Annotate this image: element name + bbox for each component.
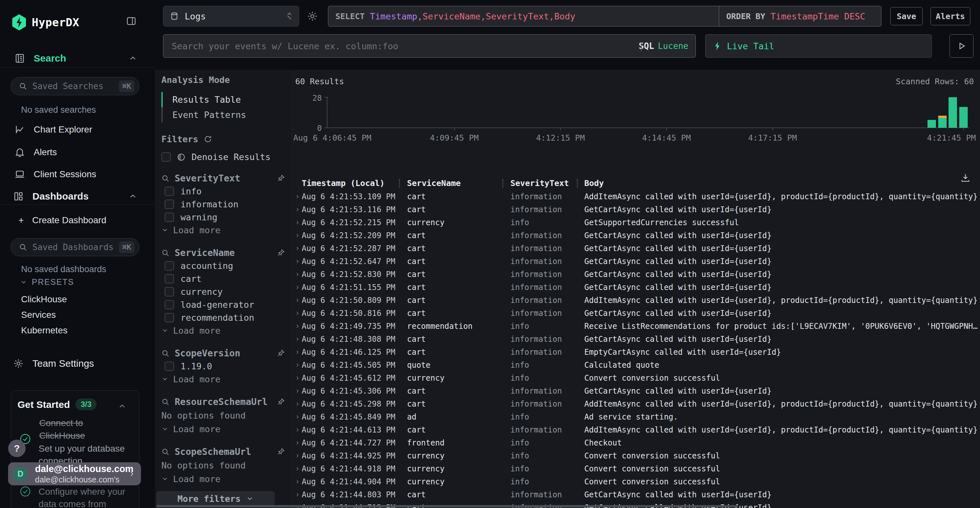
- filter-checkbox[interactable]: [165, 200, 174, 209]
- search-icon[interactable]: [161, 398, 170, 406]
- table-row[interactable]: Aug 6 4:21:51.155 PMcartinformationGetCa…: [292, 281, 980, 294]
- create-dashboard-button[interactable]: + Create Dashboard: [0, 214, 155, 227]
- sidebar-item-client-sessions[interactable]: Client Sessions: [0, 168, 155, 181]
- sidebar-item-chart-explorer[interactable]: Chart Explorer: [0, 123, 155, 136]
- row-expand-chevron-icon[interactable]: [294, 281, 301, 294]
- column-resize-handle[interactable]: [399, 179, 400, 187]
- row-expand-chevron-icon[interactable]: [294, 203, 301, 216]
- row-expand-chevron-icon[interactable]: [294, 449, 301, 462]
- table-row[interactable]: Aug 6 4:21:53.116 PMcartinformationGetCa…: [292, 203, 980, 216]
- table-row[interactable]: Aug 6 4:21:52.215 PMcurrencyinfoGetSuppo…: [292, 216, 980, 229]
- event-search-bar[interactable]: SQL | Lucene: [163, 34, 696, 58]
- sidebar-section-dashboards[interactable]: Dashboards: [0, 189, 155, 203]
- filter-option-information[interactable]: information: [161, 198, 285, 211]
- table-row[interactable]: Aug 6 4:21:45.505 PMquoteinfoCalculated …: [292, 359, 980, 371]
- table-row[interactable]: Aug 6 4:21:53.109 PMcartinformationAddIt…: [292, 190, 980, 203]
- row-expand-chevron-icon[interactable]: [294, 462, 301, 475]
- denoise-checkbox[interactable]: [161, 152, 171, 162]
- table-row[interactable]: Aug 6 4:21:52.287 PMcartinformationGetCa…: [292, 242, 980, 255]
- table-row[interactable]: Aug 6 4:21:45.298 PMcartinformationAddIt…: [292, 397, 980, 411]
- row-expand-chevron-icon[interactable]: [294, 384, 301, 397]
- pin-icon[interactable]: [277, 397, 285, 406]
- col-header-timestamp[interactable]: Timestamp (Local): [302, 176, 385, 189]
- mode-event-patterns[interactable]: Event Patterns: [161, 107, 285, 122]
- table-row[interactable]: Aug 6 4:21:52.209 PMcartinformationGetCa…: [292, 229, 980, 242]
- filter-checkbox[interactable]: [165, 274, 174, 284]
- table-row[interactable]: Aug 6 4:21:49.735 PMrecommendationinfoRe…: [292, 320, 980, 333]
- event-search-input[interactable]: [171, 41, 639, 51]
- table-row[interactable]: Aug 6 4:21:45.306 PMcartinformationGetCa…: [292, 384, 980, 397]
- filter-option-recommendation[interactable]: recommendation: [161, 311, 285, 324]
- load-more-button[interactable]: Load more: [161, 373, 285, 386]
- step-connect-title[interactable]: Connect to ClickHouse: [39, 417, 85, 442]
- search-icon[interactable]: [161, 249, 170, 257]
- filter-checkbox[interactable]: [165, 213, 174, 222]
- table-row[interactable]: Aug 6 4:21:52.647 PMcartinformationGetCa…: [292, 255, 980, 268]
- row-expand-chevron-icon[interactable]: [294, 437, 301, 449]
- row-expand-chevron-icon[interactable]: [294, 488, 301, 501]
- filter-option-1.19.0[interactable]: 1.19.0: [161, 360, 285, 373]
- table-row[interactable]: Aug 6 4:21:44.925 PMcurrencyinfoConvert …: [292, 449, 980, 462]
- col-header-severitytext[interactable]: SeverityText: [511, 176, 569, 189]
- search-icon[interactable]: [161, 448, 170, 456]
- saved-searches-search[interactable]: ⌘K: [11, 77, 139, 95]
- row-expand-chevron-icon[interactable]: [294, 229, 301, 242]
- saved-dashboards-search[interactable]: ⌘K: [11, 238, 139, 256]
- source-select[interactable]: Logs: [163, 6, 299, 27]
- help-button[interactable]: ?: [8, 440, 25, 457]
- row-expand-chevron-icon[interactable]: [294, 294, 301, 307]
- table-row[interactable]: Aug 6 4:21:45.612 PMcurrencyinfoConvert …: [292, 371, 980, 384]
- table-row[interactable]: Aug 6 4:21:44.613 PMcartinformationAddIt…: [292, 424, 980, 437]
- sidebar-section-search[interactable]: Search: [0, 51, 155, 65]
- row-expand-chevron-icon[interactable]: [294, 333, 301, 346]
- row-expand-chevron-icon[interactable]: [294, 307, 301, 320]
- pin-icon[interactable]: [277, 249, 285, 257]
- source-settings-gear-icon[interactable]: [307, 10, 318, 22]
- filter-checkbox[interactable]: [165, 300, 174, 310]
- table-row[interactable]: Aug 6 4:21:48.308 PMcartinformationGetCa…: [292, 333, 980, 346]
- filter-checkbox[interactable]: [165, 362, 174, 371]
- saved-dashboards-input[interactable]: [32, 242, 119, 252]
- load-more-button[interactable]: Load more: [161, 324, 285, 337]
- sidebar-collapse-icon[interactable]: [126, 16, 137, 27]
- presets-toggle[interactable]: PRESETS: [20, 277, 74, 287]
- row-expand-chevron-icon[interactable]: [294, 371, 301, 384]
- chevron-up-icon[interactable]: [118, 402, 126, 410]
- filter-checkbox[interactable]: [165, 187, 174, 196]
- filter-option-currency[interactable]: currency: [161, 285, 285, 298]
- search-icon[interactable]: [161, 349, 170, 357]
- order-by-input[interactable]: ORDER BY TimestampTime DESC: [719, 6, 881, 27]
- sidebar-item-alerts[interactable]: Alerts: [0, 146, 155, 159]
- column-resize-handle[interactable]: [502, 179, 503, 187]
- table-row[interactable]: Aug 6 4:21:44.803 PMcartinformationGetCa…: [292, 488, 980, 501]
- user-menu-chip[interactable]: D dale@clickhouse.com dale@clickhouse.co…: [8, 462, 141, 485]
- preset-clickhouse[interactable]: ClickHouse: [21, 294, 67, 305]
- preset-kubernetes[interactable]: Kubernetes: [21, 325, 67, 336]
- row-expand-chevron-icon[interactable]: [294, 255, 301, 268]
- load-more-button[interactable]: Load more: [161, 472, 285, 485]
- saved-searches-input[interactable]: [32, 81, 119, 91]
- table-row[interactable]: Aug 6 4:21:44.904 PMcurrencyinfoConvert …: [292, 475, 980, 488]
- column-resize-handle[interactable]: [577, 179, 578, 187]
- filter-option-accounting[interactable]: accounting: [161, 259, 285, 272]
- table-row[interactable]: Aug 6 4:21:46.125 PMcartinformationEmpty…: [292, 346, 980, 359]
- mode-results-table[interactable]: Results Table: [161, 92, 285, 107]
- filter-option-warning[interactable]: warning: [161, 211, 285, 224]
- table-row[interactable]: Aug 6 4:21:44.727 PMfrontendinfoCheckout: [292, 437, 980, 449]
- table-row[interactable]: Aug 6 4:21:50.816 PMcartinformationGetCa…: [292, 307, 980, 320]
- load-more-button[interactable]: Load more: [161, 422, 285, 435]
- run-query-button[interactable]: [950, 34, 974, 58]
- live-tail-button[interactable]: Live Tail: [705, 34, 932, 58]
- horizontal-scrollbar-thumb[interactable]: [156, 505, 738, 507]
- chevron-up-icon[interactable]: [129, 192, 137, 200]
- refresh-icon[interactable]: [204, 135, 212, 143]
- row-expand-chevron-icon[interactable]: [294, 320, 301, 333]
- lang-lucene-option[interactable]: Lucene: [658, 41, 688, 51]
- pin-icon[interactable]: [277, 174, 285, 183]
- row-expand-chevron-icon[interactable]: [294, 397, 301, 411]
- alerts-button[interactable]: Alerts: [931, 7, 970, 25]
- col-header-servicename[interactable]: ServiceName: [407, 176, 461, 189]
- denoise-results-toggle[interactable]: Denoise Results: [161, 152, 285, 162]
- chevron-up-icon[interactable]: [129, 54, 137, 62]
- row-expand-chevron-icon[interactable]: [294, 359, 301, 371]
